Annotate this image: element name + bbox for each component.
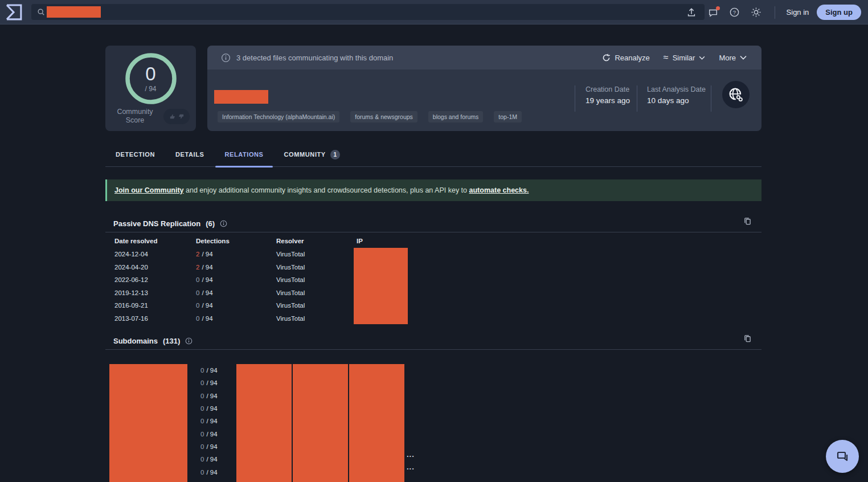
creation-date-block: Creation Date 19 years ago xyxy=(586,85,630,105)
passive-dns-row: 2024-04-20 2/ 94 VirusTotal xyxy=(114,261,752,274)
detections-ratio: 0 xyxy=(196,289,199,296)
vote-badge[interactable] xyxy=(163,109,190,124)
tab-details[interactable]: DETAILS xyxy=(165,142,214,166)
detections-ratio: 0/ 94 xyxy=(200,427,218,440)
virustotal-logo[interactable] xyxy=(3,2,24,22)
help-button[interactable]: ? xyxy=(728,6,742,19)
copy-button[interactable] xyxy=(744,334,751,342)
passive-dns-count: (6) xyxy=(206,219,215,228)
resolver: VirusTotal xyxy=(276,264,357,271)
redacted-subdomain-column xyxy=(293,364,348,482)
top-nav: ? Sign in Sign up xyxy=(0,0,868,24)
date-resolved: 2024-12-04 xyxy=(114,251,196,258)
detections-ratio: 0/ 94 xyxy=(200,390,218,402)
sign-up-button[interactable]: Sign up xyxy=(817,5,861,20)
passive-dns-row: 2024-12-04 2/ 94 VirusTotal xyxy=(114,248,752,261)
resolver: VirusTotal xyxy=(276,276,357,283)
passive-dns-row: 2013-07-16 0/ 94 VirusTotal xyxy=(114,312,752,325)
redacted-ip-addresses xyxy=(354,248,408,324)
tab-community[interactable]: COMMUNITY 1 xyxy=(274,142,350,166)
svg-text:?: ? xyxy=(733,9,736,15)
chevron-down-icon xyxy=(699,56,705,60)
header-actions: Reanalyze ≈ Similar More xyxy=(602,53,747,62)
subdomain-detection-ratios: 0/ 94 0/ 94 0/ 94 0/ 94 0/ 94 0/ 94 0/ 9… xyxy=(200,364,218,482)
automate-checks-link[interactable]: automate checks. xyxy=(469,186,529,194)
info-icon[interactable] xyxy=(220,220,227,227)
column-header-resolver: Resolver xyxy=(276,238,357,244)
copy-icon xyxy=(744,217,751,225)
passive-dns-row: 2016-09-21 0/ 94 VirusTotal xyxy=(114,299,752,312)
community-score-card: 0 / 94 Community Score xyxy=(105,46,196,131)
theme-icon xyxy=(751,7,761,18)
feedback-button[interactable] xyxy=(706,6,720,19)
similar-label: Similar xyxy=(673,54,695,62)
detections-ratio: 0 xyxy=(196,302,199,309)
similar-icon: ≈ xyxy=(664,53,669,62)
chevron-down-icon xyxy=(740,55,747,60)
resolver: VirusTotal xyxy=(276,302,357,309)
theme-toggle-button[interactable] xyxy=(750,6,763,19)
column-header-ip: IP xyxy=(357,238,752,244)
date-resolved: 2022-06-12 xyxy=(114,276,196,283)
detections-ratio: 0/ 94 xyxy=(200,377,218,389)
join-community-link[interactable]: Join our Community xyxy=(114,186,184,194)
notification-dot xyxy=(716,6,720,10)
community-banner: Join our Community and enjoy additional … xyxy=(105,179,761,201)
similar-button[interactable]: ≈ Similar xyxy=(664,53,706,62)
nav-divider xyxy=(775,6,775,19)
tab-relations[interactable]: RELATIONS xyxy=(214,142,273,166)
globe-link-icon xyxy=(727,86,744,103)
passive-dns-title: Passive DNS Replication xyxy=(113,219,200,228)
nav-actions: ? Sign in Sign up xyxy=(685,0,861,24)
search-bar[interactable] xyxy=(31,4,705,20)
reanalyze-button[interactable]: Reanalyze xyxy=(602,54,649,62)
tag-pill[interactable]: Information Technology (alphaMountain.ai… xyxy=(218,111,339,122)
tab-bar: DETECTION DETAILS RELATIONS COMMUNITY 1 xyxy=(105,142,761,167)
resolver: VirusTotal xyxy=(276,315,357,322)
score-gauge: 0 / 94 xyxy=(105,51,196,106)
info-icon[interactable] xyxy=(185,337,193,345)
detections-ratio: 2 xyxy=(196,251,199,258)
detections-ratio: 0/ 94 xyxy=(200,415,218,427)
upload-button[interactable] xyxy=(685,6,698,19)
tag-pill[interactable]: blogs and forums xyxy=(428,111,484,122)
upload-icon xyxy=(686,7,697,18)
detection-score-total: / 94 xyxy=(145,85,156,93)
passive-dns-row: 2022-06-12 0/ 94 VirusTotal xyxy=(114,273,752,287)
community-count-badge: 1 xyxy=(330,150,340,160)
last-analysis-date-value: 10 days ago xyxy=(647,96,706,105)
sign-in-link[interactable]: Sign in xyxy=(787,8,809,17)
thumb-down-icon xyxy=(178,113,185,120)
reanalyze-label: Reanalyze xyxy=(615,54,649,62)
resolver: VirusTotal xyxy=(276,289,357,296)
redacted-subdomain-column xyxy=(236,364,292,482)
creation-date-label: Creation Date xyxy=(586,85,630,93)
detections-ratio: 0/ 94 xyxy=(200,465,218,478)
tag-pill[interactable]: forums & newsgroups xyxy=(350,111,417,122)
help-icon: ? xyxy=(729,7,740,18)
detections-ratio: 0/ 94 xyxy=(200,440,218,453)
column-header-date-resolved: Date resolved xyxy=(114,238,196,244)
info-icon xyxy=(221,53,231,63)
refresh-icon xyxy=(602,54,611,62)
thumb-up-icon xyxy=(169,113,175,120)
date-resolved: 2013-07-16 xyxy=(114,315,196,322)
alert-text: 3 detected files communicating with this… xyxy=(236,54,393,62)
more-button[interactable]: More xyxy=(719,54,747,62)
passive-dns-rows: 2024-12-04 2/ 94 VirusTotal 2024-04-20 2… xyxy=(114,248,752,325)
chat-fab[interactable] xyxy=(826,440,859,473)
detections-ratio: 0/ 94 xyxy=(200,479,218,482)
tag-pill[interactable]: top-1M xyxy=(494,111,522,122)
community-banner-text: and enjoy additional community insights … xyxy=(184,186,469,194)
tab-detection[interactable]: DETECTION xyxy=(105,142,165,166)
row-overflow-ellipsis: ... xyxy=(407,450,415,459)
virustotal-logo-icon xyxy=(3,2,24,22)
copy-button[interactable] xyxy=(744,217,751,225)
redacted-subdomain-column xyxy=(349,364,404,482)
domain-tags: Information Technology (alphaMountain.ai… xyxy=(218,111,522,122)
meta-divider xyxy=(575,85,575,112)
resolver: VirusTotal xyxy=(276,251,357,258)
detections-ratio: 0/ 94 xyxy=(200,453,218,465)
search-input[interactable] xyxy=(45,4,705,20)
copy-icon xyxy=(744,334,751,342)
